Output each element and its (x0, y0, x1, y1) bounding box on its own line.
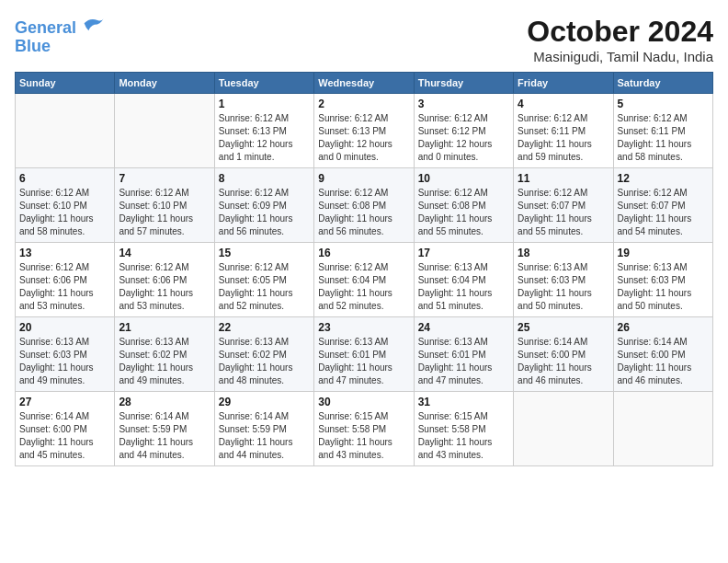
weekday-header-sunday: Sunday (16, 73, 115, 94)
calendar-cell (514, 392, 613, 466)
day-detail: Sunrise: 6:12 AM Sunset: 6:06 PM Dayligh… (119, 261, 210, 313)
calendar-week-row: 27Sunrise: 6:14 AM Sunset: 6:00 PM Dayli… (16, 392, 713, 466)
day-detail: Sunrise: 6:13 AM Sunset: 6:03 PM Dayligh… (618, 261, 709, 313)
calendar-cell: 28Sunrise: 6:14 AM Sunset: 5:59 PM Dayli… (115, 392, 214, 466)
day-detail: Sunrise: 6:12 AM Sunset: 6:13 PM Dayligh… (219, 112, 310, 164)
month-title: October 2024 (527, 15, 713, 49)
day-detail: Sunrise: 6:12 AM Sunset: 6:07 PM Dayligh… (618, 187, 709, 238)
calendar-cell (16, 94, 115, 168)
day-detail: Sunrise: 6:12 AM Sunset: 6:06 PM Dayligh… (19, 261, 110, 313)
day-detail: Sunrise: 6:13 AM Sunset: 6:02 PM Dayligh… (219, 336, 310, 387)
calendar-cell: 21Sunrise: 6:13 AM Sunset: 6:02 PM Dayli… (115, 317, 214, 392)
day-detail: Sunrise: 6:14 AM Sunset: 5:59 PM Dayligh… (119, 410, 210, 462)
day-number: 9 (318, 172, 409, 185)
day-number: 14 (119, 247, 210, 259)
calendar-cell: 26Sunrise: 6:14 AM Sunset: 6:00 PM Dayli… (613, 317, 712, 392)
calendar-cell: 10Sunrise: 6:12 AM Sunset: 6:08 PM Dayli… (414, 168, 513, 243)
day-number: 20 (19, 321, 110, 334)
calendar-cell: 9Sunrise: 6:12 AM Sunset: 6:08 PM Daylig… (314, 168, 414, 243)
day-number: 26 (618, 321, 709, 334)
day-number: 27 (19, 396, 110, 408)
location-subtitle: Masinigudi, Tamil Nadu, India (527, 49, 713, 64)
calendar-cell: 17Sunrise: 6:13 AM Sunset: 6:04 PM Dayli… (414, 243, 513, 317)
calendar-cell: 5Sunrise: 6:12 AM Sunset: 6:11 PM Daylig… (613, 94, 712, 168)
weekday-header-tuesday: Tuesday (214, 73, 313, 94)
day-detail: Sunrise: 6:12 AM Sunset: 6:08 PM Dayligh… (418, 187, 509, 238)
day-number: 11 (518, 172, 609, 185)
day-number: 19 (618, 247, 709, 259)
calendar-cell: 20Sunrise: 6:13 AM Sunset: 6:03 PM Dayli… (16, 317, 115, 392)
calendar-week-row: 20Sunrise: 6:13 AM Sunset: 6:03 PM Dayli… (16, 317, 713, 392)
calendar-week-row: 1Sunrise: 6:12 AM Sunset: 6:13 PM Daylig… (16, 94, 713, 168)
day-number: 7 (119, 172, 210, 185)
day-number: 15 (219, 247, 310, 259)
day-number: 21 (119, 321, 210, 334)
day-detail: Sunrise: 6:12 AM Sunset: 6:07 PM Dayligh… (518, 187, 609, 238)
day-number: 29 (219, 396, 310, 408)
calendar-week-row: 6Sunrise: 6:12 AM Sunset: 6:10 PM Daylig… (16, 168, 713, 243)
calendar-cell: 30Sunrise: 6:15 AM Sunset: 5:58 PM Dayli… (314, 392, 414, 466)
day-detail: Sunrise: 6:12 AM Sunset: 6:12 PM Dayligh… (418, 112, 509, 164)
day-number: 31 (418, 396, 509, 408)
day-detail: Sunrise: 6:15 AM Sunset: 5:58 PM Dayligh… (318, 410, 409, 462)
page-header: General Blue October 2024 Masinigudi, Ta… (15, 15, 713, 64)
logo-bird-icon (83, 15, 105, 33)
day-detail: Sunrise: 6:12 AM Sunset: 6:11 PM Dayligh… (618, 112, 709, 164)
day-number: 4 (518, 98, 609, 110)
title-block: October 2024 Masinigudi, Tamil Nadu, Ind… (527, 15, 713, 64)
day-detail: Sunrise: 6:13 AM Sunset: 6:01 PM Dayligh… (318, 336, 409, 387)
day-number: 22 (219, 321, 310, 334)
day-detail: Sunrise: 6:12 AM Sunset: 6:05 PM Dayligh… (219, 261, 310, 313)
day-number: 8 (219, 172, 310, 185)
calendar-week-row: 13Sunrise: 6:12 AM Sunset: 6:06 PM Dayli… (16, 243, 713, 317)
day-number: 10 (418, 172, 509, 185)
day-number: 1 (219, 98, 310, 110)
day-detail: Sunrise: 6:14 AM Sunset: 6:00 PM Dayligh… (518, 336, 609, 387)
day-number: 6 (19, 172, 110, 185)
weekday-header-monday: Monday (115, 73, 214, 94)
day-number: 5 (618, 98, 709, 110)
calendar-cell: 11Sunrise: 6:12 AM Sunset: 6:07 PM Dayli… (514, 168, 613, 243)
logo-general: General (15, 18, 76, 37)
calendar-cell: 1Sunrise: 6:12 AM Sunset: 6:13 PM Daylig… (214, 94, 313, 168)
calendar-cell: 8Sunrise: 6:12 AM Sunset: 6:09 PM Daylig… (214, 168, 313, 243)
weekday-header-thursday: Thursday (414, 73, 513, 94)
weekday-header-wednesday: Wednesday (314, 73, 414, 94)
calendar-cell: 12Sunrise: 6:12 AM Sunset: 6:07 PM Dayli… (613, 168, 712, 243)
day-detail: Sunrise: 6:14 AM Sunset: 6:00 PM Dayligh… (618, 336, 709, 387)
calendar-cell: 2Sunrise: 6:12 AM Sunset: 6:13 PM Daylig… (314, 94, 414, 168)
calendar-cell: 22Sunrise: 6:13 AM Sunset: 6:02 PM Dayli… (214, 317, 313, 392)
day-number: 23 (318, 321, 409, 334)
calendar-cell: 14Sunrise: 6:12 AM Sunset: 6:06 PM Dayli… (115, 243, 214, 317)
calendar-cell: 15Sunrise: 6:12 AM Sunset: 6:05 PM Dayli… (214, 243, 313, 317)
calendar-cell: 31Sunrise: 6:15 AM Sunset: 5:58 PM Dayli… (414, 392, 513, 466)
day-number: 17 (418, 247, 509, 259)
day-detail: Sunrise: 6:15 AM Sunset: 5:58 PM Dayligh… (418, 410, 509, 462)
day-detail: Sunrise: 6:12 AM Sunset: 6:10 PM Dayligh… (119, 187, 210, 238)
day-number: 18 (518, 247, 609, 259)
calendar-cell (613, 392, 712, 466)
calendar-cell: 27Sunrise: 6:14 AM Sunset: 6:00 PM Dayli… (16, 392, 115, 466)
day-detail: Sunrise: 6:13 AM Sunset: 6:04 PM Dayligh… (418, 261, 509, 313)
day-detail: Sunrise: 6:12 AM Sunset: 6:10 PM Dayligh… (19, 187, 110, 238)
logo-text: General Blue (15, 15, 105, 56)
day-detail: Sunrise: 6:14 AM Sunset: 5:59 PM Dayligh… (219, 410, 310, 462)
day-detail: Sunrise: 6:12 AM Sunset: 6:08 PM Dayligh… (318, 187, 409, 238)
day-detail: Sunrise: 6:12 AM Sunset: 6:11 PM Dayligh… (518, 112, 609, 164)
calendar-cell: 6Sunrise: 6:12 AM Sunset: 6:10 PM Daylig… (16, 168, 115, 243)
day-number: 30 (318, 396, 409, 408)
day-detail: Sunrise: 6:12 AM Sunset: 6:04 PM Dayligh… (318, 261, 409, 313)
calendar-header-row: SundayMondayTuesdayWednesdayThursdayFrid… (16, 73, 713, 94)
day-number: 13 (19, 247, 110, 259)
day-detail: Sunrise: 6:12 AM Sunset: 6:13 PM Dayligh… (318, 112, 409, 164)
day-detail: Sunrise: 6:14 AM Sunset: 6:00 PM Dayligh… (19, 410, 110, 462)
calendar-cell: 4Sunrise: 6:12 AM Sunset: 6:11 PM Daylig… (514, 94, 613, 168)
day-number: 12 (618, 172, 709, 185)
calendar-cell: 19Sunrise: 6:13 AM Sunset: 6:03 PM Dayli… (613, 243, 712, 317)
calendar-cell: 3Sunrise: 6:12 AM Sunset: 6:12 PM Daylig… (414, 94, 513, 168)
day-number: 3 (418, 98, 509, 110)
weekday-header-friday: Friday (514, 73, 613, 94)
day-number: 24 (418, 321, 509, 334)
day-detail: Sunrise: 6:13 AM Sunset: 6:03 PM Dayligh… (518, 261, 609, 313)
calendar-table: SundayMondayTuesdayWednesdayThursdayFrid… (15, 72, 713, 466)
